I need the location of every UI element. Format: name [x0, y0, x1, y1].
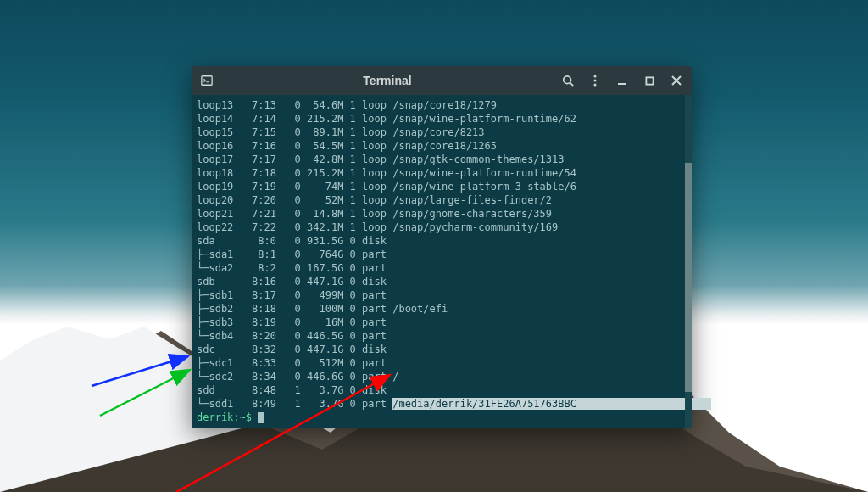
output-row: sda 8:0 0 931.5G 0 disk [197, 234, 687, 248]
highlighted-mountpoint: /media/derrik/31FE26A751763BBC [392, 398, 576, 410]
titlebar[interactable]: Terminal [192, 66, 692, 95]
output-row: ├─sdc1 8:33 0 512M 0 part [197, 356, 687, 370]
svg-rect-0 [202, 76, 212, 86]
window-title: Terminal [214, 74, 561, 87]
maximize-button[interactable] [643, 74, 656, 87]
output-row: loop18 7:18 0 215.2M 1 loop /snap/wine-p… [197, 166, 687, 180]
titlebar-controls [561, 74, 683, 87]
cursor [258, 412, 264, 423]
output-row: └─sdb4 8:20 0 446.5G 0 part [197, 329, 687, 343]
menu-icon[interactable] [588, 74, 602, 87]
svg-rect-7 [646, 77, 653, 84]
svg-point-5 [594, 84, 597, 87]
svg-point-4 [594, 80, 597, 82]
search-icon[interactable] [561, 74, 575, 87]
desktop-background: Terminal loop13 7:13 [0, 0, 868, 492]
output-row: sdb 8:16 0 447.1G 0 disk [197, 275, 687, 288]
prompt-line: derrik:~$ [197, 411, 687, 424]
output-row: loop22 7:22 0 342.1M 1 loop /snap/pychar… [197, 221, 687, 234]
output-row: ├─sdb3 8:19 0 16M 0 part [197, 316, 687, 329]
output-row: ├─sdb2 8:18 0 100M 0 part /boot/efi [197, 302, 687, 316]
output-row: loop19 7:19 0 74M 1 loop /snap/wine-plat… [197, 180, 687, 193]
terminal-app-icon [200, 74, 214, 87]
output-row: └─sda2 8:2 0 167.5G 0 part [197, 261, 687, 275]
svg-line-2 [570, 83, 574, 87]
svg-point-3 [594, 75, 597, 78]
output-row: └─sdd1 8:49 1 3.7G 0 part /media/derrik/… [197, 397, 687, 411]
output-row: ├─sdb1 8:17 0 499M 0 part [197, 288, 687, 302]
close-button[interactable] [670, 74, 683, 87]
scrollbar[interactable] [685, 95, 692, 428]
minimize-button[interactable] [615, 74, 629, 87]
output-row: loop15 7:15 0 89.1M 1 loop /snap/core/82… [197, 126, 687, 139]
scrollbar-thumb[interactable] [685, 163, 692, 392]
svg-point-1 [564, 76, 571, 84]
output-row: sdc 8:32 0 447.1G 0 disk [197, 343, 687, 356]
output-row: loop17 7:17 0 42.8M 1 loop /snap/gtk-com… [197, 153, 687, 166]
output-row: loop20 7:20 0 52M 1 loop /snap/large-fil… [197, 193, 687, 207]
terminal-window: Terminal loop13 7:13 [192, 66, 692, 428]
output-row: sdd 8:48 1 3.7G 0 disk [197, 383, 687, 397]
output-row: loop21 7:21 0 14.8M 1 loop /snap/gnome-c… [197, 207, 687, 221]
output-row: loop14 7:14 0 215.2M 1 loop /snap/wine-p… [197, 112, 687, 126]
output-row: loop13 7:13 0 54.6M 1 loop /snap/core18/… [197, 98, 687, 112]
terminal-body[interactable]: loop13 7:13 0 54.6M 1 loop /snap/core18/… [192, 95, 692, 428]
output-row: ├─sda1 8:1 0 764G 0 part [197, 248, 687, 261]
output-row: loop16 7:16 0 54.5M 1 loop /snap/core18/… [197, 139, 687, 153]
output-row: └─sdc2 8:34 0 446.6G 0 part / [197, 370, 687, 383]
